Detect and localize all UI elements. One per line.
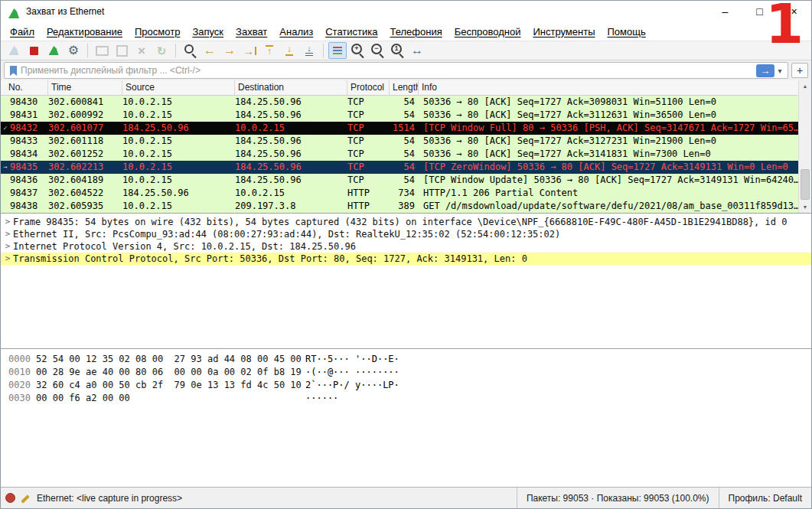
open-file-icon[interactable] [93, 42, 111, 59]
packet-row-98436[interactable]: 98436302.60418910.0.2.15184.25.50.96TCP5… [1, 174, 798, 187]
row-marker-icon [1, 96, 10, 109]
hex-bytes[interactable]: 52 54 00 12 35 02 08 00 27 93 ad 44 08 0… [36, 353, 305, 366]
cell-time: 302.601118 [48, 135, 122, 148]
maximize-button[interactable]: □ [742, 1, 777, 22]
packet-row-98433[interactable]: 98433302.60111810.0.2.15184.25.50.96TCP5… [1, 135, 798, 148]
zoom-in-icon[interactable] [348, 42, 367, 59]
hex-bytes[interactable]: 32 60 c4 a0 00 50 cb 2f 79 0e 13 13 fd 4… [36, 379, 305, 392]
capture-options-icon[interactable] [64, 42, 83, 59]
menu-tools[interactable]: Инструменты [527, 24, 601, 40]
column-header-info[interactable]: Info [419, 80, 798, 96]
packet-row-98432[interactable]: ✓98432302.601077184.25.50.9610.0.2.15TCP… [1, 122, 798, 135]
go-last-icon[interactable] [280, 42, 298, 59]
packet-row-98438[interactable]: 98438302.60593510.0.2.15209.197.3.8HTTP3… [1, 200, 798, 213]
statusbar: Ethernet: <live capture in progress> Пак… [1, 487, 811, 508]
cell-source: 10.0.2.15 [122, 109, 235, 122]
hex-ascii[interactable]: RT··5··· '··D··E· [305, 353, 811, 366]
hex-bytes[interactable]: 00 28 9e ae 40 00 80 06 00 00 0a 00 02 0… [36, 366, 305, 379]
cell-length: 54 [390, 135, 419, 148]
detail-line-4[interactable]: >Transmission Control Protocol, Src Port… [1, 253, 811, 265]
add-filter-button[interactable]: + [791, 63, 808, 78]
expand-chevron-icon[interactable]: > [2, 216, 13, 228]
packet-row-98430[interactable]: 98430302.60084110.0.2.15184.25.50.96TCP5… [1, 96, 798, 109]
autoscroll-icon[interactable] [300, 42, 318, 59]
column-header-source[interactable]: Source [122, 80, 235, 96]
cell-protocol: HTTP [347, 200, 390, 213]
go-to-packet-icon[interactable] [240, 42, 259, 59]
display-filter-input[interactable] [19, 64, 756, 77]
menu-file[interactable]: Файл [4, 24, 41, 40]
column-header-no[interactable]: No. [1, 80, 48, 96]
menu-go[interactable]: Запуск [186, 24, 230, 40]
cell-time: 302.600992 [48, 109, 122, 122]
column-header-time[interactable]: Time [48, 80, 122, 96]
packet-row-98435[interactable]: →98435302.60221310.0.2.15184.25.50.96TCP… [1, 161, 798, 174]
detail-line-2[interactable]: >Ethernet II, Src: PcsCompu_93:ad:44 (08… [1, 228, 811, 240]
packet-list-scrollbar[interactable]: ▲ ▼ [798, 80, 811, 213]
detail-line-1[interactable]: >Frame 98435: 54 bytes on wire (432 bits… [1, 216, 811, 228]
minimize-button[interactable]: – [708, 1, 742, 22]
hex-ascii[interactable]: ·(··@··· ········ [305, 366, 811, 379]
toolbar-separator [87, 44, 88, 57]
capture-comment-icon[interactable] [20, 493, 31, 504]
column-header-length[interactable]: Length [390, 80, 419, 96]
menu-analyze[interactable]: Анализ [273, 24, 319, 40]
menu-view[interactable]: Просмотр [129, 24, 186, 40]
go-first-icon[interactable] [260, 42, 279, 59]
column-header-destination[interactable]: Destination [235, 80, 347, 96]
row-marker-icon: ✓ [1, 122, 10, 135]
filter-bookmark-icon[interactable] [7, 66, 19, 76]
expand-chevron-icon[interactable]: > [2, 240, 13, 253]
zoom-out-icon[interactable] [368, 42, 386, 59]
menu-help[interactable]: Помощь [602, 24, 652, 40]
zoom-reset-icon[interactable] [388, 42, 406, 59]
cell-protocol: TCP [347, 135, 390, 148]
close-button[interactable]: × [777, 1, 811, 22]
hex-row-0000[interactable]: 000052 54 00 12 35 02 08 00 27 93 ad 44 … [1, 353, 811, 366]
column-header-protocol[interactable]: Protocol [347, 80, 390, 96]
profile-text[interactable]: Профиль: Default [719, 488, 812, 508]
expand-chevron-icon[interactable]: > [2, 228, 13, 240]
cell-length: 734 [390, 187, 419, 200]
packet-row-98434[interactable]: 98434302.60125210.0.2.15184.25.50.96TCP5… [1, 148, 798, 161]
hex-ascii[interactable]: 2`···P·/ y····LP· [305, 379, 811, 392]
detail-line-3[interactable]: >Internet Protocol Version 4, Src: 10.0.… [1, 240, 811, 253]
save-file-icon[interactable] [113, 42, 131, 59]
hex-row-0010[interactable]: 001000 28 9e ae 40 00 80 06 00 00 0a 00 … [1, 366, 811, 379]
restart-capture-icon[interactable] [44, 42, 63, 59]
menu-wireless[interactable]: Беспроводной [448, 24, 527, 40]
find-packet-icon[interactable] [181, 42, 199, 59]
menubar: ФайлРедактированиеПросмотрЗапускЗахватАн… [1, 22, 811, 41]
hex-row-0020[interactable]: 002032 60 c4 a0 00 50 cb 2f 79 0e 13 13 … [1, 379, 811, 392]
go-back-icon[interactable] [201, 42, 219, 59]
cell-length: 54 [390, 109, 419, 122]
menu-capture[interactable]: Захват [230, 24, 273, 40]
apply-filter-button[interactable]: → [756, 64, 774, 77]
scroll-down-icon[interactable]: ▼ [799, 201, 811, 213]
cell-no: 98433 [10, 135, 48, 148]
colorize-icon[interactable] [328, 42, 347, 59]
hex-row-0030[interactable]: 003000 00 f6 a2 00 00······ [1, 392, 811, 405]
cell-info: 50336 → 80 [ACK] Seq=1727 Ack=3141831 Wi… [419, 148, 798, 161]
menu-edit[interactable]: Редактирование [41, 24, 129, 40]
scrollbar-thumb[interactable] [801, 169, 810, 200]
packet-row-98437[interactable]: 98437302.604522184.25.50.9610.0.2.15HTTP… [1, 187, 798, 200]
scrollbar-track[interactable] [799, 92, 811, 201]
hex-bytes[interactable]: 00 00 f6 a2 00 00 [36, 392, 305, 405]
expert-info-icon[interactable] [5, 493, 15, 503]
filter-dropdown-icon[interactable]: ▾ [774, 67, 785, 75]
packet-row-98431[interactable]: 98431302.60099210.0.2.15184.25.50.96TCP5… [1, 109, 798, 122]
hex-ascii[interactable]: ······ [305, 392, 811, 405]
cell-length: 389 [390, 200, 419, 213]
close-file-icon[interactable] [132, 42, 151, 59]
go-forward-icon[interactable] [220, 42, 239, 59]
stop-capture-icon[interactable] [24, 42, 43, 59]
expand-chevron-icon[interactable]: > [2, 253, 13, 265]
start-capture-icon[interactable] [5, 42, 23, 59]
resize-columns-icon[interactable] [408, 42, 426, 59]
menu-telephony[interactable]: Телефония [383, 24, 448, 40]
scroll-up-icon[interactable]: ▲ [799, 80, 811, 92]
reload-file-icon[interactable] [152, 42, 171, 59]
cell-info: 50336 → 80 [ACK] Seq=1727 Ack=3098031 Wi… [419, 96, 798, 109]
menu-statistics[interactable]: Статистика [319, 24, 383, 40]
